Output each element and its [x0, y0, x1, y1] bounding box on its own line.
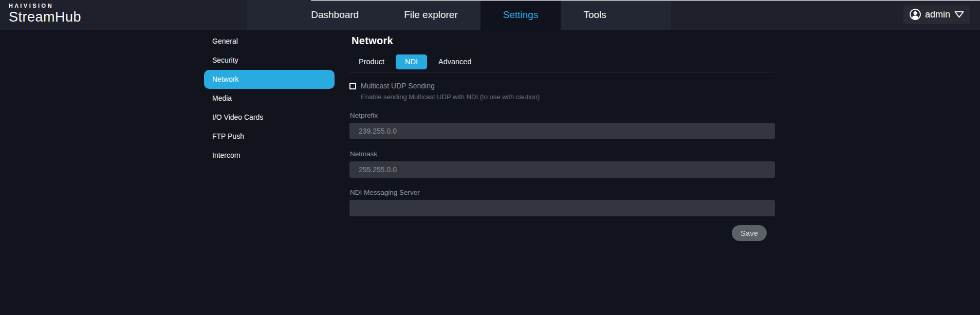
brand-haivision: HΛIVISION [9, 3, 81, 9]
network-sub-tabs: Product NDI Advanced [349, 54, 775, 69]
netmask-label: Netmask [350, 150, 775, 158]
network-settings-panel: Network Product NDI Advanced Multicast U… [349, 30, 775, 241]
ndi-messaging-server-label: NDI Messaging Server [350, 189, 775, 196]
multicast-udp-label: Multicast UDP Sending [361, 82, 435, 90]
sidebar-item-media[interactable]: Media [204, 89, 335, 108]
tabs-divider [349, 72, 775, 72]
form-footer: Save [349, 225, 775, 241]
nav-tab-tools[interactable]: Tools [561, 0, 628, 30]
netmask-input[interactable] [349, 161, 775, 178]
nav-tab-settings[interactable]: Settings [480, 0, 561, 30]
sidebar-item-security[interactable]: Security [204, 51, 335, 70]
ndi-messaging-server-group: NDI Messaging Server [349, 189, 775, 216]
sidebar-item-io-video-cards[interactable]: I/O Video Cards [204, 108, 335, 127]
user-name-label: admin [925, 9, 950, 20]
tab-advanced[interactable]: Advanced [429, 54, 481, 69]
user-menu-button[interactable]: admin [903, 5, 970, 24]
main-nav-tabs: Dashboard File explorer Settings Tools [247, 0, 671, 30]
save-button[interactable]: Save [732, 225, 767, 241]
netprefix-label: Netprefix [350, 112, 775, 119]
brand-streamhub: StreamHub [9, 10, 81, 24]
multicast-udp-checkbox[interactable] [349, 83, 356, 89]
page-title: Network [352, 35, 775, 47]
nav-tab-dashboard[interactable]: Dashboard [288, 0, 381, 30]
netprefix-group: Netprefix [349, 112, 775, 139]
chevron-down-icon [954, 10, 965, 19]
sidebar-item-network[interactable]: Network [204, 70, 335, 89]
netmask-group: Netmask [349, 150, 775, 178]
settings-sidebar: General Security Network Media I/O Video… [204, 32, 335, 165]
multicast-udp-description: Enable sending Multicast UDP with NDI (t… [361, 93, 775, 101]
netprefix-input[interactable] [349, 123, 775, 139]
sidebar-item-intercom[interactable]: Intercom [204, 146, 335, 165]
window-top-edge [311, 0, 980, 1]
top-nav-bar: HΛIVISION StreamHub Dashboard File explo… [0, 0, 980, 30]
user-avatar-icon [909, 8, 921, 21]
brand-logo: HΛIVISION StreamHub [9, 3, 81, 24]
multicast-udp-row: Multicast UDP Sending [349, 82, 775, 90]
tab-product[interactable]: Product [349, 54, 394, 69]
ndi-messaging-server-input[interactable] [349, 200, 775, 216]
tab-ndi[interactable]: NDI [396, 54, 427, 69]
sidebar-item-ftp-push[interactable]: FTP Push [204, 127, 335, 146]
nav-tab-file-explorer[interactable]: File explorer [381, 0, 480, 30]
sidebar-item-general[interactable]: General [204, 32, 335, 51]
streamhub-app: HΛIVISION StreamHub Dashboard File explo… [0, 0, 980, 315]
